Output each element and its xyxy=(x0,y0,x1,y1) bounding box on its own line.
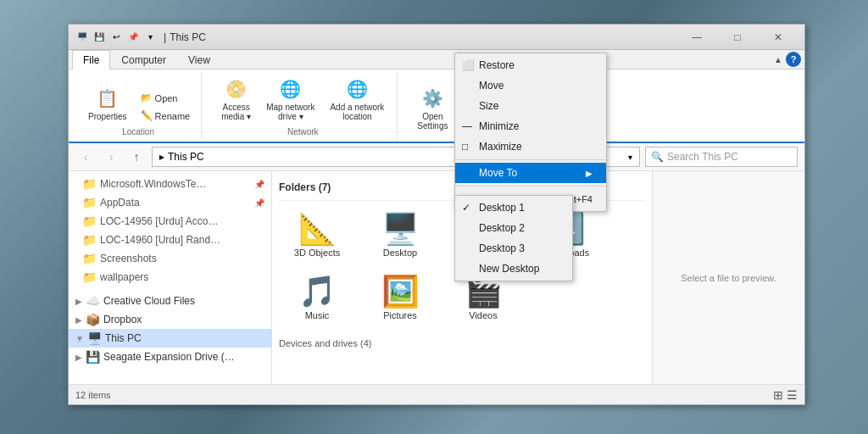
ribbon-btn-access-media[interactable]: 📀 Accessmedia ▾ xyxy=(215,75,257,124)
folder-music[interactable]: 🎵 Music xyxy=(279,270,355,326)
this-pc-icon: 🖥️ xyxy=(87,331,102,345)
settings-icon: ⚙️ xyxy=(420,86,444,110)
folder-icon-1: 📁 xyxy=(82,177,97,191)
path-separator: ▸ xyxy=(159,151,164,163)
explorer-window: 🖥️ 💾 ↩ 📌 ▾ | This PC — □ ✕ File Computer… xyxy=(68,24,805,405)
folder-pictures-icon: 🖼️ xyxy=(381,276,420,307)
menu-separator-2 xyxy=(455,186,606,186)
restore-icon: ⬜ xyxy=(462,59,475,71)
ribbon-group-location: 📋 Properties 📂 Open ✏️ Rename Location xyxy=(75,73,202,138)
ribbon-group-settings: ⚙️ OpenSettings xyxy=(404,73,461,138)
menu-item-size[interactable]: Size xyxy=(455,96,606,116)
menu-item-maximize[interactable]: □ Maximize xyxy=(455,136,606,157)
sidebar-label-this-pc: This PC xyxy=(105,332,142,344)
title-bar-icons: 🖥️ 💾 ↩ 📌 ▾ xyxy=(75,31,157,44)
maximize-button[interactable]: □ xyxy=(718,25,757,49)
search-icon: 🔍 xyxy=(651,151,664,163)
folder-icon-2: 📁 xyxy=(82,196,97,209)
preview-pane: Select a file to preview. xyxy=(652,171,804,384)
ribbon-group-network-label: Network xyxy=(287,127,319,136)
ribbon-btn-open-settings[interactable]: ⚙️ OpenSettings xyxy=(411,84,453,133)
collapse-ribbon-icon[interactable]: ▲ xyxy=(774,55,782,64)
ribbon-btn-rename[interactable]: ✏️ Rename xyxy=(136,108,195,124)
sidebar-recent-6[interactable]: 📁 wallpapers xyxy=(69,268,271,287)
status-right: ⊞ ☰ xyxy=(773,388,798,402)
sidebar: 📁 Microsoft.WindowsTe… 📌 📁 AppData 📌 📁 L… xyxy=(69,171,272,384)
folder-pictures[interactable]: 🖼️ Pictures xyxy=(362,270,438,326)
window-title: | This PC xyxy=(164,31,677,43)
item-count: 12 items xyxy=(75,390,111,400)
sidebar-item-this-pc[interactable]: ▼ 🖥️ This PC xyxy=(69,329,271,348)
undo-icon[interactable]: ↩ xyxy=(109,31,123,44)
details-view-icon[interactable]: ☰ xyxy=(787,388,798,402)
tab-computer[interactable]: Computer xyxy=(110,50,177,70)
ribbon: 📋 Properties 📂 Open ✏️ Rename Location xyxy=(69,70,804,143)
map-network-icon: 🌐 xyxy=(279,77,303,101)
sidebar-recent-1[interactable]: 📁 Microsoft.WindowsTe… 📌 xyxy=(69,175,271,193)
help-icon[interactable]: ? xyxy=(786,52,801,67)
menu-item-minimize[interactable]: — Minimize xyxy=(455,116,606,136)
search-placeholder: Search This PC xyxy=(667,151,738,163)
list-view-icon[interactable]: ⊞ xyxy=(773,388,783,402)
submenu-item-desktop2[interactable]: Desktop 2 xyxy=(455,218,572,238)
tab-view[interactable]: View xyxy=(177,50,221,70)
minimize-icon: — xyxy=(462,120,472,132)
pin-icon[interactable]: 📌 xyxy=(126,31,140,44)
submenu-item-desktop1[interactable]: Desktop 1 xyxy=(455,198,572,218)
sidebar-label-creative-cloud: Creative Cloud Files xyxy=(103,295,195,307)
dropbox-icon: 📦 xyxy=(86,313,100,326)
forward-button[interactable]: › xyxy=(101,147,121,167)
open-icon: 📂 xyxy=(141,92,153,103)
title-icon: 🖥️ xyxy=(75,31,89,44)
menu-item-restore[interactable]: ⬜ Restore xyxy=(455,55,606,75)
ribbon-tabs: File Computer View ▲ ? xyxy=(69,50,804,70)
menu-item-move-to[interactable]: Move To ▶ xyxy=(455,163,606,183)
sidebar-label-seagate: Seagate Expansion Drive (… xyxy=(103,351,235,363)
sidebar-item-dropbox[interactable]: ▶ 📦 Dropbox xyxy=(69,310,271,329)
path-text: This PC xyxy=(168,151,204,163)
submenu-item-new-desktop[interactable]: New Desktop xyxy=(455,259,572,279)
sidebar-recent-3[interactable]: 📁 LOC-14956 [Urdu] Acco… xyxy=(69,212,271,231)
menu-separator-1 xyxy=(455,159,606,160)
creative-cloud-icon: ☁️ xyxy=(86,294,100,308)
back-button[interactable]: ‹ xyxy=(75,147,96,167)
ribbon-btn-map-network[interactable]: 🌐 Map networkdrive ▾ xyxy=(260,75,320,124)
submenu: Desktop 1 Desktop 2 Desktop 3 New Deskto… xyxy=(454,195,573,281)
folder-desktop[interactable]: 🖥️ Desktop xyxy=(362,208,438,264)
properties-icon: 📋 xyxy=(96,86,120,110)
ribbon-group-network: 📀 Accessmedia ▾ 🌐 Map networkdrive ▾ 🌐 A… xyxy=(209,73,398,138)
sidebar-recent-4[interactable]: 📁 LOC-14960 [Urdu] Rand… xyxy=(69,231,271,249)
folder-icon-5: 📁 xyxy=(82,252,97,265)
ribbon-group-location-label: Location xyxy=(122,127,154,136)
minimize-button[interactable]: — xyxy=(677,25,716,49)
folder-music-icon: 🎵 xyxy=(298,276,337,307)
path-dropdown-icon[interactable]: ▾ xyxy=(628,153,632,162)
title-bar: 🖥️ 💾 ↩ 📌 ▾ | This PC — □ ✕ xyxy=(69,25,804,50)
maximize-icon: □ xyxy=(462,141,468,153)
folder-icon-4: 📁 xyxy=(82,233,97,247)
ribbon-btn-properties[interactable]: 📋 Properties xyxy=(82,84,133,124)
seagate-icon: 💾 xyxy=(86,350,100,364)
sidebar-recent-5[interactable]: 📁 Screenshots xyxy=(69,249,271,268)
status-bar: 12 items ⊞ ☰ xyxy=(69,384,804,404)
main-content: 📁 Microsoft.WindowsTe… 📌 📁 AppData 📌 📁 L… xyxy=(69,171,804,384)
preview-text: Select a file to preview. xyxy=(681,273,776,283)
expand-ribbon-icon[interactable]: ▾ xyxy=(143,31,157,44)
folder-3d-objects[interactable]: 📐 3D Objects xyxy=(279,208,355,264)
sidebar-recent-2[interactable]: 📁 AppData 📌 xyxy=(69,193,271,212)
submenu-item-desktop3[interactable]: Desktop 3 xyxy=(455,238,572,259)
folder-desktop-icon: 🖥️ xyxy=(381,214,420,244)
ribbon-btn-open[interactable]: 📂 Open xyxy=(136,90,195,106)
ribbon-btn-add-network[interactable]: 🌐 Add a networklocation xyxy=(324,75,390,124)
title-controls: — □ ✕ xyxy=(677,25,798,49)
search-box[interactable]: 🔍 Search This PC xyxy=(645,147,798,167)
context-menu: ⬜ Restore Move Size — Minimize □ Maximiz… xyxy=(454,53,607,212)
quick-access-icon[interactable]: 💾 xyxy=(92,31,106,44)
tab-file[interactable]: File xyxy=(72,50,110,70)
add-network-icon: 🌐 xyxy=(345,77,369,101)
close-button[interactable]: ✕ xyxy=(759,25,798,49)
up-button[interactable]: ↑ xyxy=(126,147,147,167)
sidebar-item-seagate[interactable]: ▶ 💾 Seagate Expansion Drive (… xyxy=(69,348,271,366)
menu-item-move[interactable]: Move xyxy=(455,75,606,96)
sidebar-item-creative-cloud[interactable]: ▶ ☁️ Creative Cloud Files xyxy=(69,292,271,310)
